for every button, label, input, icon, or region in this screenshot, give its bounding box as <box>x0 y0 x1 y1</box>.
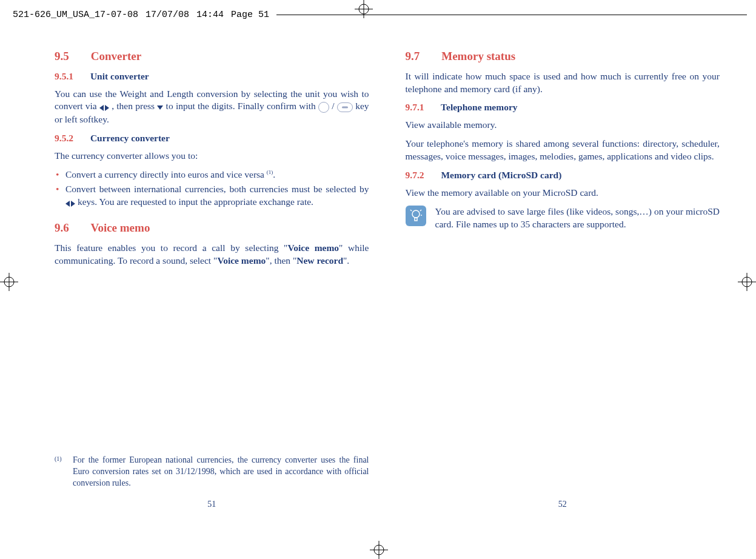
paragraph: The currency converter allows you to: <box>55 150 369 162</box>
list-item: Convert a currency directly into euros a… <box>55 169 369 181</box>
down-arrow-icon <box>157 101 163 113</box>
svg-point-12 <box>412 210 420 218</box>
footnote: (1) For the former European national cur… <box>55 455 369 489</box>
subsection-number: 9.5.1 <box>55 70 88 83</box>
section-number: 9.7 <box>406 49 439 64</box>
paragraph: This feature enables you to record a cal… <box>55 242 369 267</box>
svg-rect-13 <box>415 218 417 221</box>
footnote-marker: (1) <box>55 455 73 489</box>
left-right-arrows-icon <box>99 101 109 113</box>
subsection-title: Unit converter <box>90 71 149 81</box>
page-number: 51 <box>55 499 369 510</box>
crop-mark-bottom <box>364 529 394 559</box>
section-number: 9.5 <box>55 49 88 64</box>
page-number: 52 <box>406 499 720 510</box>
paragraph: Your telephone's memory is shared among … <box>406 138 720 163</box>
paragraph: View available memory. <box>406 119 720 132</box>
footnote-ref: (1) <box>267 169 273 175</box>
section-number: 9.6 <box>55 220 88 236</box>
svg-line-14 <box>410 210 412 211</box>
subsection-title: Telephone memory <box>441 102 517 112</box>
lightbulb-icon <box>406 206 426 226</box>
header-page: Page 51 <box>227 10 273 20</box>
subsection-title: Currency converter <box>90 133 170 143</box>
header-file: 521-626_UM_USA_17-07-08 <box>9 10 142 20</box>
subsection-number: 9.7.1 <box>406 101 439 114</box>
header-date: 17/07/08 <box>142 10 193 20</box>
crop-mark-left <box>0 267 30 297</box>
section-title: Memory status <box>441 50 515 62</box>
paragraph: It will indicate how much space is used … <box>406 70 720 96</box>
tip-callout: You are advised to save large files (lik… <box>406 206 720 231</box>
prepress-header: 521-626_UM_USA_17-07-08 17/07/08 14:44 P… <box>9 6 747 23</box>
page-right: 9.7 Memory status It will indicate how m… <box>406 49 720 510</box>
tip-text: You are advised to save large files (lik… <box>435 206 720 231</box>
svg-line-15 <box>420 210 421 211</box>
paragraph: You can use the Weight and Length conver… <box>55 88 369 127</box>
subsection-title: Memory card (MicroSD card) <box>441 170 561 180</box>
header-time: 14:44 <box>193 10 227 20</box>
ok-key-icon <box>318 102 329 113</box>
footnote-text: For the former European national currenc… <box>73 455 369 489</box>
paragraph: View the memory available on your MicroS… <box>406 187 720 199</box>
list-item: Convert between international currencies… <box>55 183 369 209</box>
softkey-icon <box>337 102 353 112</box>
crop-mark-right <box>726 267 756 297</box>
page-left: 9.5 Converter 9.5.1 Unit converter You c… <box>55 49 369 510</box>
subsection-number: 9.7.2 <box>406 169 439 182</box>
section-title: Voice memo <box>90 221 150 234</box>
section-title: Converter <box>91 50 141 62</box>
left-right-arrows-icon <box>65 196 75 209</box>
subsection-number: 9.5.2 <box>55 132 88 145</box>
